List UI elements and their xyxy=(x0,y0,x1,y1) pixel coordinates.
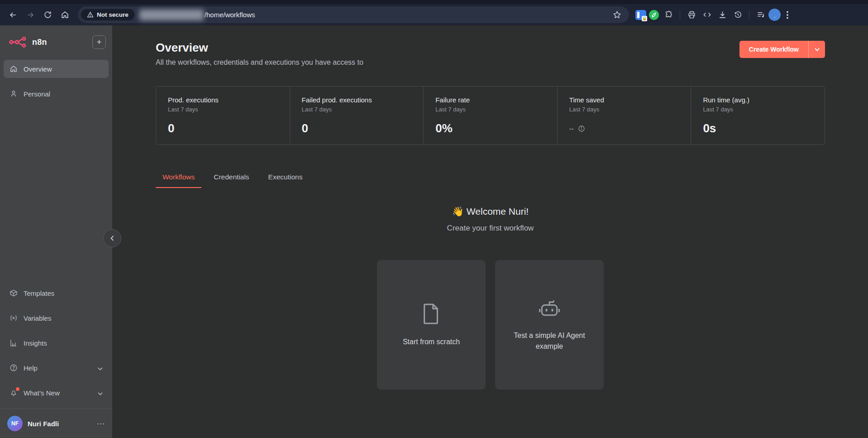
page-title: Overview xyxy=(156,41,363,55)
welcome-title: Welcome Nuri! xyxy=(467,206,529,217)
sidebar-item-insights[interactable]: Insights xyxy=(4,334,109,352)
sidebar-item-overview[interactable]: Overview xyxy=(4,60,109,78)
reload-icon xyxy=(43,10,52,19)
browser-menu-button[interactable] xyxy=(781,7,794,23)
user-avatar: NF xyxy=(7,416,23,431)
address-bar[interactable]: Not secure /home/workflows xyxy=(78,6,629,23)
toolbar-separator xyxy=(749,10,749,20)
sidebar-nav-bottom: Templates Variables Insights Help Wh xyxy=(0,281,112,409)
create-workflow-dropdown-button[interactable] xyxy=(808,41,825,58)
downloads-button[interactable] xyxy=(715,7,730,23)
variables-icon xyxy=(10,314,18,322)
welcome-block: 👋 Welcome Nuri! Create your first workfl… xyxy=(156,206,825,233)
sidebar-item-personal[interactable]: Personal xyxy=(4,85,109,103)
start-from-scratch-card[interactable]: Start from scratch xyxy=(377,260,486,390)
chevron-left-icon xyxy=(110,236,114,241)
browser-profile-avatar[interactable]: - xyxy=(768,9,781,21)
sidebar-item-help[interactable]: Help xyxy=(4,359,109,377)
chevron-down-icon xyxy=(98,364,103,372)
extensions-puzzle-button[interactable] xyxy=(662,8,676,22)
extensions-group: 🔒 xyxy=(635,8,676,22)
browser-toolbar: Not secure /home/workflows 🔒 - xyxy=(0,4,868,25)
stats-summary-bar: Prod. executions Last 7 days 0 Failed pr… xyxy=(156,86,825,145)
sidebar-item-whats-new[interactable]: What’s New xyxy=(4,384,109,402)
media-controls-button[interactable] xyxy=(753,7,768,23)
chevron-down-icon xyxy=(98,389,103,397)
welcome-subtitle: Create your first workflow xyxy=(156,224,825,233)
puzzle-icon xyxy=(665,10,673,19)
stat-prod-executions: Prod. executions Last 7 days 0 xyxy=(156,87,290,144)
robot-icon xyxy=(538,298,561,319)
create-workflow-split-button: Create Workflow xyxy=(739,41,825,58)
bar-chart-icon xyxy=(10,339,18,347)
home-icon xyxy=(61,10,69,19)
arrow-left-icon xyxy=(9,10,18,19)
security-label: Not secure xyxy=(97,11,129,18)
help-icon xyxy=(10,364,18,372)
reload-button[interactable] xyxy=(39,6,56,24)
n8n-logo xyxy=(9,36,28,48)
tab-credentials[interactable]: Credentials xyxy=(207,173,256,188)
app-name: n8n xyxy=(32,38,47,47)
file-icon xyxy=(421,303,442,325)
home-icon xyxy=(10,65,18,73)
password-manager-extension-icon[interactable]: 🔒 xyxy=(635,10,646,20)
window-top-edge xyxy=(0,0,868,4)
home-button[interactable] xyxy=(56,6,73,24)
user-menu-button[interactable]: ⋯ xyxy=(97,419,105,428)
notification-badge xyxy=(16,387,19,391)
history-button[interactable] xyxy=(730,7,745,23)
print-button[interactable] xyxy=(684,7,699,23)
stat-time-saved: Time saved Last 7 days -- xyxy=(557,87,691,144)
page-subtitle: All the workflows, credentials and execu… xyxy=(156,58,363,67)
tab-workflows[interactable]: Workflows xyxy=(156,173,201,188)
arrow-right-icon xyxy=(26,10,35,19)
bookmark-star-button[interactable] xyxy=(610,8,624,22)
user-row[interactable]: NF Nuri Fadli ⋯ xyxy=(0,409,112,438)
start-options: Start from scratch Test a simple AI Agen… xyxy=(156,260,825,390)
create-workflow-button[interactable]: Create Workflow xyxy=(739,41,808,58)
forward-button[interactable] xyxy=(22,6,39,24)
sidebar-item-templates[interactable]: Templates xyxy=(4,284,109,302)
box-icon xyxy=(10,289,18,297)
wave-emoji: 👋 xyxy=(452,206,464,217)
devtools-button[interactable] xyxy=(699,7,715,23)
star-icon xyxy=(613,10,621,19)
history-clock-icon xyxy=(734,10,742,19)
sidebar-nav-top: Overview Personal xyxy=(0,57,112,110)
adblock-extension-icon[interactable] xyxy=(649,10,659,20)
info-icon[interactable] xyxy=(578,125,585,132)
person-icon xyxy=(10,90,18,98)
stat-failure-rate: Failure rate Last 7 days 0% xyxy=(423,87,557,144)
sidebar-item-variables[interactable]: Variables xyxy=(4,309,109,327)
chevron-down-icon xyxy=(815,48,820,51)
code-icon xyxy=(703,10,711,19)
ai-agent-example-card[interactable]: Test a simple AI Agent example xyxy=(495,260,604,390)
add-workflow-button[interactable]: + xyxy=(92,35,106,49)
user-name: Nuri Fadli xyxy=(28,420,59,428)
redacted-host xyxy=(139,10,204,20)
back-button[interactable] xyxy=(5,6,22,24)
security-chip[interactable]: Not secure xyxy=(81,9,135,21)
lock-icon: 🔒 xyxy=(642,16,647,21)
sidebar: n8n + Overview Personal Templates Variab… xyxy=(0,25,112,438)
download-icon xyxy=(718,10,727,19)
tab-executions[interactable]: Executions xyxy=(262,173,310,188)
stat-run-time-avg: Run time (avg.) Last 7 days 0s xyxy=(691,87,825,144)
warning-triangle-icon xyxy=(87,11,94,18)
url-path: /home/workflows xyxy=(205,11,255,19)
kebab-menu-icon xyxy=(787,11,788,19)
playlist-icon xyxy=(757,10,765,19)
main-content: Overview All the workflows, credentials … xyxy=(112,25,868,438)
printer-icon xyxy=(687,10,696,19)
toolbar-separator xyxy=(680,10,680,20)
content-tabs: Workflows Credentials Executions xyxy=(156,173,825,188)
stat-failed-prod-executions: Failed prod. executions Last 7 days 0 xyxy=(290,87,424,144)
sidebar-collapse-button[interactable] xyxy=(103,229,121,247)
leaf-icon xyxy=(651,12,657,18)
